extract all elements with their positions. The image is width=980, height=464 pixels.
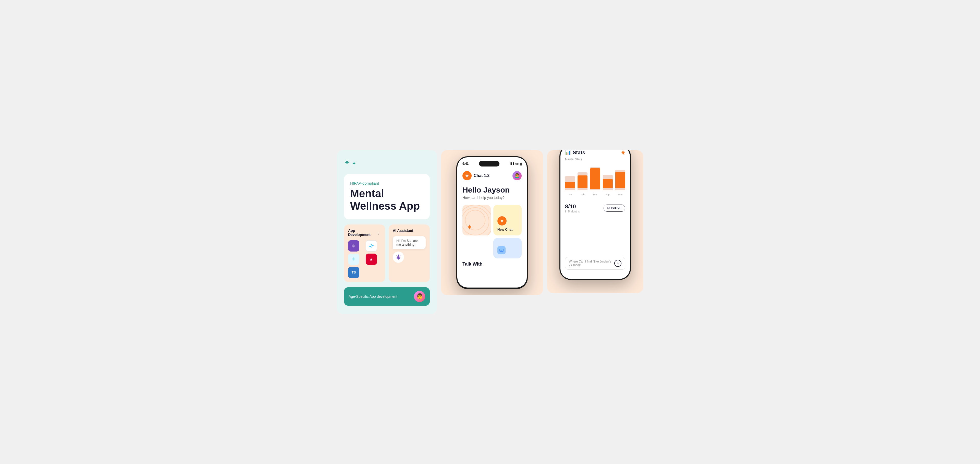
svg-rect-0: [500, 249, 503, 252]
new-chat-icon: [497, 216, 507, 225]
phone-frame: 9:41 ▌▌▌ wifi ▓: [456, 156, 528, 289]
hero-title: Mental Wellness App: [350, 187, 424, 212]
sparkle-card[interactable]: ✦: [463, 205, 491, 236]
chart-area: Jan Feb Mar Arp May: [560, 165, 630, 196]
phone-content: Chat 1.2 👨‍🦱 Hello Jayson How can I help…: [457, 168, 527, 272]
app-dev-card: App Development ⋮ ⚛ ⚛ ▲ TS: [344, 225, 385, 282]
hero-card: HIPAA-compliant Mental Wellness App: [344, 174, 430, 219]
bar-feb: [578, 172, 587, 190]
talk-with: Talk With: [463, 261, 522, 267]
label-arp: Arp: [603, 193, 613, 196]
phone-inner: 9:41 ▌▌▌ wifi ▓: [457, 157, 527, 287]
score-value: 8/10: [565, 203, 579, 210]
bars-container: [565, 165, 625, 190]
snowflake-logo: [463, 171, 472, 180]
bottom-cards: App Development ⋮ ⚛ ⚛ ▲ TS AI Assistant: [344, 225, 430, 282]
ai-header: AI Assistant: [393, 228, 426, 233]
ai-logo: [393, 252, 404, 263]
score-block: 8/10 In 5 Months: [565, 203, 579, 213]
greeting: Hello Jayson: [463, 185, 522, 195]
chat-bubble: Hi, I'm Sia, ask me anything!: [393, 236, 426, 249]
bottom-bar[interactable]: Age-Specific App development 👨: [344, 287, 430, 306]
bar-mar: [590, 167, 600, 190]
svg-rect-1: [501, 250, 503, 250]
blue-card-icon: [497, 246, 506, 254]
app-dev-title: App Development: [348, 228, 376, 237]
stats-phone-frame: 📊 Stats Mental Stats: [559, 150, 631, 280]
stars-decoration: ✦ ✦: [344, 158, 430, 167]
redux-icon: ⚛: [348, 240, 360, 252]
label-jan: Jan: [565, 193, 575, 196]
panel-1: ✦ ✦ HIPAA-compliant Mental Wellness App …: [337, 150, 437, 314]
status-icons: ▌▌▌ wifi ▓: [510, 163, 522, 165]
search-text: Where Can I find Nike Jordan's 24 model: [569, 260, 612, 267]
bottom-avatar: 👨: [414, 291, 425, 302]
app-container: ✦ ✦ HIPAA-compliant Mental Wellness App …: [337, 150, 643, 314]
ai-assistant-card: AI Assistant Hi, I'm Sia, ask me anythin…: [389, 225, 430, 282]
user-avatar: 👨‍🦱: [512, 171, 522, 180]
time-display: 9:41: [463, 162, 469, 166]
mental-stats-label: Mental Stats: [560, 158, 630, 161]
panel-2: 9:41 ▌▌▌ wifi ▓: [441, 150, 543, 295]
bar-arp: [603, 175, 613, 190]
sparkle-icon: ✦: [466, 223, 473, 231]
action-grid: ✦ New Chat: [463, 205, 522, 258]
bar-jan: [565, 176, 575, 190]
hipaa-label: HIPAA-compliant: [350, 181, 424, 185]
typescript-icon: TS: [348, 267, 360, 278]
chat-logo-row: Chat 1.2: [463, 171, 490, 180]
app-icons-grid: ⚛ ⚛ ▲ TS: [348, 240, 381, 278]
stats-phone-inner: 📊 Stats Mental Stats: [560, 150, 630, 279]
star-icon-1: ✦: [344, 158, 350, 167]
label-may: May: [615, 193, 625, 196]
spacer: [560, 216, 630, 231]
stats-title: Stats: [573, 150, 585, 156]
tailwind-icon: [366, 240, 377, 252]
blue-card[interactable]: [493, 238, 522, 258]
label-feb: Feb: [578, 193, 587, 196]
react-icon: ⚛: [348, 254, 360, 265]
bottom-bar-text: Age-Specific App development: [348, 295, 397, 298]
months-text: In 5 Months: [565, 210, 579, 213]
search-bar-area: Where Can I find Nike Jordan's 24 model …: [560, 253, 630, 275]
new-chat-card[interactable]: New Chat: [493, 205, 522, 236]
angular-icon: ▲: [366, 254, 377, 265]
sub-greeting: How can I help you today?: [463, 196, 522, 200]
stats-header: 📊 Stats: [560, 150, 630, 158]
chat-name: Chat 1.2: [474, 174, 490, 178]
star-icon-2: ✦: [352, 160, 356, 167]
chat-header: Chat 1.2 👨‍🦱: [463, 171, 522, 180]
plus-button[interactable]: +: [614, 260, 621, 267]
app-dev-header: App Development ⋮: [348, 228, 381, 237]
panel-3: 📊 Stats Mental Stats: [547, 150, 643, 293]
search-input-row[interactable]: Where Can I find Nike Jordan's 24 model …: [565, 257, 625, 269]
positive-badge: POSITIVE: [604, 204, 625, 212]
new-chat-label: New Chat: [497, 228, 512, 231]
stats-bar-icon: 📊: [565, 150, 571, 156]
bar-may: [615, 170, 625, 190]
dots-menu[interactable]: ⋮: [376, 230, 381, 236]
svg-rect-2: [501, 250, 502, 251]
month-labels: Jan Feb Mar Arp May: [565, 192, 625, 196]
ai-title: AI Assistant: [393, 228, 413, 233]
top-snowflake: [620, 150, 626, 157]
label-mar: Mar: [590, 193, 600, 196]
stats-row: 8/10 In 5 Months POSITIVE: [560, 200, 630, 216]
